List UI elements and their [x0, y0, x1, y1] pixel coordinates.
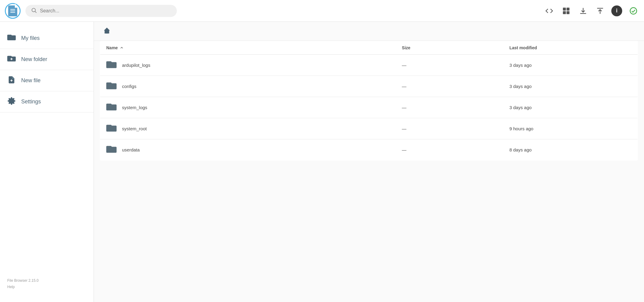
- sidebar-item-label: New folder: [21, 56, 47, 63]
- app-logo[interactable]: [5, 3, 21, 19]
- app-header: i: [0, 0, 644, 22]
- table-row[interactable]: ardupilot_logs — 3 days ago: [100, 55, 638, 76]
- table-row[interactable]: configs — 3 days ago: [100, 76, 638, 97]
- header-toolbar: i: [543, 5, 639, 17]
- file-size: —: [396, 97, 503, 118]
- sort-asc-icon: [120, 46, 124, 50]
- sidebar-item-label: New file: [21, 77, 41, 84]
- file-name: userdata: [122, 147, 140, 152]
- file-name-cell: ardupilot_logs: [100, 55, 396, 76]
- sidebar-item-label: Settings: [21, 99, 41, 105]
- search-bar: [25, 5, 177, 17]
- sidebar-item-my-files[interactable]: My files: [0, 28, 94, 49]
- file-size: —: [396, 55, 503, 76]
- file-name-cell: system_root: [100, 118, 396, 139]
- file-name: ardupilot_logs: [122, 63, 150, 68]
- home-icon[interactable]: [103, 27, 111, 36]
- svg-line-1: [35, 11, 37, 13]
- column-header-name[interactable]: Name: [100, 41, 396, 55]
- file-table-wrapper: Name Size Last modified: [94, 41, 644, 302]
- folder-icon: [106, 60, 117, 71]
- download-button[interactable]: [577, 5, 589, 17]
- search-input[interactable]: [40, 8, 171, 14]
- file-name-cell: userdata: [100, 139, 396, 161]
- svg-point-6: [630, 8, 637, 14]
- sidebar: My files New folder: [0, 22, 94, 302]
- file-name-cell: configs: [100, 76, 396, 97]
- file-modified: 8 days ago: [503, 139, 638, 161]
- file-modified: 9 hours ago: [503, 118, 638, 139]
- file-name: system_logs: [122, 105, 147, 110]
- table-row[interactable]: userdata — 8 days ago: [100, 139, 638, 161]
- table-row[interactable]: system_root — 9 hours ago: [100, 118, 638, 139]
- file-plus-icon: [7, 76, 16, 86]
- folder-icon: [106, 81, 117, 92]
- file-table: Name Size Last modified: [100, 41, 638, 161]
- info-button[interactable]: i: [611, 5, 622, 16]
- main-content: Name Size Last modified: [94, 22, 644, 302]
- upload-button[interactable]: [594, 5, 606, 17]
- sidebar-item-settings[interactable]: Settings: [0, 91, 94, 112]
- svg-rect-5: [566, 11, 570, 14]
- svg-rect-2: [563, 8, 566, 11]
- file-size: —: [396, 139, 503, 161]
- table-row[interactable]: system_logs — 3 days ago: [100, 97, 638, 118]
- file-size: —: [396, 118, 503, 139]
- main-layout: My files New folder: [0, 22, 644, 302]
- checkmark-button[interactable]: [628, 5, 639, 17]
- code-view-button[interactable]: [543, 5, 555, 17]
- folder-plus-icon: [7, 54, 16, 64]
- svg-point-0: [32, 8, 35, 12]
- folder-icon: [106, 123, 117, 134]
- sidebar-item-new-folder[interactable]: New folder: [0, 49, 94, 70]
- file-size: —: [396, 76, 503, 97]
- gear-icon: [7, 97, 16, 107]
- grid-view-button[interactable]: [560, 5, 572, 17]
- folder-icon: [106, 102, 117, 113]
- version-label: File Browser 2.15.0: [7, 278, 86, 284]
- help-link[interactable]: Help: [7, 284, 86, 290]
- sidebar-item-new-file[interactable]: New file: [0, 70, 94, 91]
- file-modified: 3 days ago: [503, 97, 638, 118]
- svg-rect-4: [563, 11, 566, 14]
- search-icon: [31, 7, 37, 15]
- folder-icon: [106, 144, 117, 155]
- column-header-size: Size: [396, 41, 503, 55]
- sidebar-footer: File Browser 2.15.0 Help: [0, 271, 94, 296]
- table-header-row: Name Size Last modified: [100, 41, 638, 55]
- file-name-cell: system_logs: [100, 97, 396, 118]
- column-header-modified: Last modified: [503, 41, 638, 55]
- sidebar-item-label: My files: [21, 35, 40, 41]
- folder-icon: [7, 33, 16, 43]
- file-name: system_root: [122, 126, 147, 131]
- file-modified: 3 days ago: [503, 76, 638, 97]
- file-name: configs: [122, 84, 137, 89]
- svg-rect-3: [566, 8, 570, 11]
- file-modified: 3 days ago: [503, 55, 638, 76]
- breadcrumb: [94, 22, 644, 41]
